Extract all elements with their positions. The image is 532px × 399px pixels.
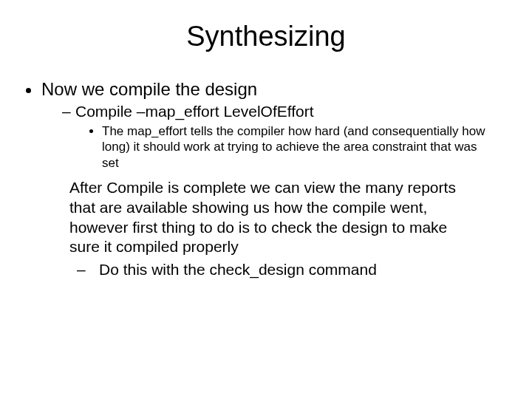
bullet-text: Now we compile the design (41, 79, 257, 99)
bullet-list-level2: Do this with the check_design command (69, 260, 473, 280)
body-paragraph-block: After Compile is complete we can view th… (15, 178, 517, 280)
list-item: Do this with the check_design command (77, 260, 473, 280)
bullet-list-level1: Now we compile the design Compile –map_e… (15, 79, 517, 171)
slide: Synthesizing Now we compile the design C… (0, 0, 532, 399)
list-item: The map_effort tells the compiler how ha… (102, 123, 517, 171)
bullet-list-level2: Compile –map_effort LevelOfEffort The ma… (41, 103, 517, 171)
list-item: Now we compile the design Compile –map_e… (41, 79, 517, 171)
bullet-text: The map_effort tells the compiler how ha… (102, 124, 485, 170)
list-item: Compile –map_effort LevelOfEffort The ma… (62, 103, 517, 171)
slide-title: Synthesizing (15, 21, 517, 52)
body-paragraph: After Compile is complete we can view th… (69, 178, 473, 258)
bullet-text: Do this with the check_design command (99, 261, 377, 278)
bullet-list-level3: The map_effort tells the compiler how ha… (75, 123, 517, 171)
bullet-text: Compile –map_effort LevelOfEffort (75, 103, 314, 120)
